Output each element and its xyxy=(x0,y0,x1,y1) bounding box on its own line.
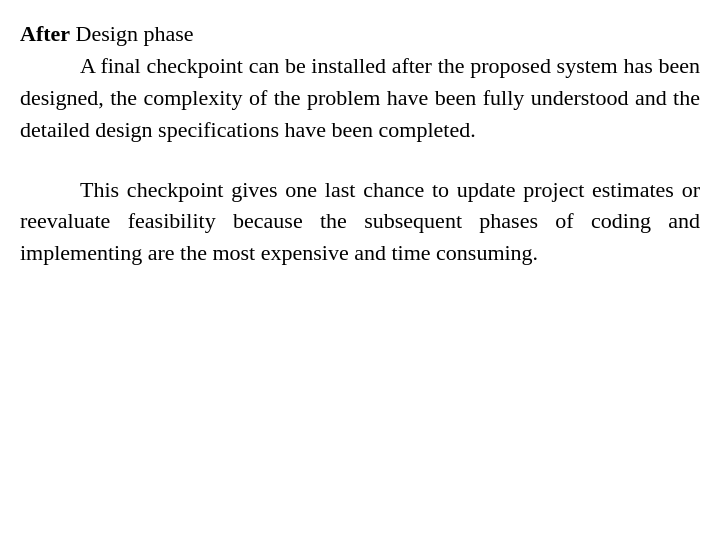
heading-rest: Design phase xyxy=(70,21,193,46)
paragraph-2-body: This checkpoint gives one last chance to… xyxy=(20,177,700,266)
paragraph-1: After Design phase A final checkpoint ca… xyxy=(20,18,700,146)
paragraph-2: This checkpoint gives one last chance to… xyxy=(20,174,700,270)
paragraph-1-body: A final checkpoint can be installed afte… xyxy=(20,53,700,142)
main-content: After Design phase A final checkpoint ca… xyxy=(0,0,720,287)
heading-bold: After xyxy=(20,21,70,46)
